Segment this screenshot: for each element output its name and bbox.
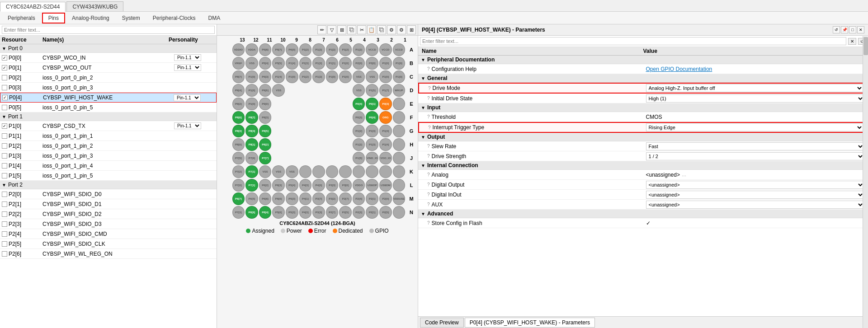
pin-G12[interactable]: P8[4] <box>245 125 258 137</box>
pin-H1[interactable] <box>393 138 406 151</box>
pin-L13[interactable]: P7[0] <box>232 179 245 192</box>
row-p2-1[interactable]: P2[1] CYBSP_WIFI_SDIO_D1 <box>0 199 217 209</box>
pin-E12[interactable]: P1[0] <box>245 98 258 110</box>
pin-B10[interactable]: P5[5] <box>272 57 285 70</box>
param-digital-output-select[interactable]: <unassigned> <box>646 181 865 189</box>
pin-M12[interactable]: P6[5] <box>245 192 258 205</box>
pin-B2[interactable]: P1[0] <box>379 57 392 70</box>
pin-C3[interactable]: VSS <box>366 70 378 83</box>
pin-L1[interactable] <box>393 179 406 192</box>
pin-F3[interactable]: P0[4] <box>366 111 378 124</box>
row-p2-6[interactable]: P2[6] CYBSP_WIFI_WL_REG_ON <box>0 249 217 259</box>
help-threshold-icon[interactable]: ? <box>427 114 430 119</box>
pin-D2[interactable]: P1[7] <box>379 84 392 97</box>
row-p0-3[interactable]: P0[3] ioss_0_port_0_pin_3 <box>0 83 217 93</box>
pin-E11[interactable]: P9[0] <box>259 98 272 110</box>
pin-N4[interactable]: P2[3] <box>353 206 365 219</box>
tab-cyw4343[interactable]: CYW4343WKUBG <box>66 1 123 11</box>
pin-F12[interactable]: P8[7] <box>245 111 258 124</box>
help-drive-mode-icon[interactable]: ? <box>428 86 431 91</box>
pin-B5[interactable]: P1[0] <box>339 57 352 70</box>
section-general[interactable]: ▼ General <box>418 74 868 83</box>
toolbar-grid-btn[interactable]: ⊞ <box>337 25 346 34</box>
cb-p0-1[interactable] <box>2 65 7 70</box>
param-config-help-value[interactable]: Open GPIO Documentation <box>646 66 712 72</box>
pin-K2[interactable] <box>379 165 392 178</box>
pin-A12[interactable]: VDDA <box>245 43 258 56</box>
pin-C13[interactable]: P8[7] <box>232 70 245 83</box>
pin-C11[interactable]: P5[3] <box>259 70 272 83</box>
cb-p1-3[interactable] <box>2 153 7 159</box>
pin-B1[interactable]: P1[0] <box>393 57 406 70</box>
pin-F11[interactable]: P9[3] <box>259 111 272 124</box>
pin-C4[interactable]: VSS <box>353 70 365 83</box>
pin-G11[interactable]: P8[5] <box>259 125 272 137</box>
row-p1-0[interactable]: P1[0] CYBSP_CSD_TX Pin-1.1 <box>0 121 217 131</box>
row-p0-0[interactable]: P0[0] CYBSP_WCO_IN Pin-1.1 <box>0 53 217 63</box>
pin-K11[interactable]: VSS <box>259 165 272 178</box>
row-p1-3[interactable]: P1[3] ioss_0_port_1_pin_3 <box>0 151 217 161</box>
pin-M11[interactable]: P6[6] <box>259 192 272 205</box>
section-input[interactable]: ▼ Input <box>418 103 868 112</box>
pin-F1[interactable] <box>393 111 406 124</box>
section-advanced[interactable]: ▼ Advanced <box>418 210 868 218</box>
group-port1[interactable]: ▼ Port 1 <box>0 112 217 121</box>
pin-L8[interactable]: P4[3] <box>299 179 312 192</box>
row-p0-5[interactable]: P0[5] ioss_0_port_0_pin_5 <box>0 103 217 112</box>
personality-p0-4[interactable]: Pin-1.1 <box>174 94 201 101</box>
pin-D13[interactable]: P9[4] <box>232 84 245 97</box>
pin-M13[interactable]: P6[7] <box>232 192 245 205</box>
param-drive-mode-select[interactable]: Analog High-Z. Input buffer off <box>646 84 864 92</box>
pin-C10[interactable]: P1[4] <box>272 70 285 83</box>
bottom-tab-code-preview[interactable]: Code Preview <box>420 318 464 328</box>
pin-N11[interactable]: P8[4] <box>259 206 272 219</box>
nav-pins[interactable]: Pins <box>42 13 65 23</box>
row-p2-5[interactable]: P2[5] CYBSP_WIFI_SDIO_CLK <box>0 239 217 249</box>
pin-A11[interactable]: P5[6] <box>259 43 272 56</box>
pin-B3[interactable]: P3[0] <box>366 57 378 70</box>
pin-D11[interactable]: P9[6] <box>259 84 272 97</box>
pin-M4[interactable]: P2[4] <box>353 192 365 205</box>
params-filter-clear-btn[interactable]: ✕ <box>848 38 856 45</box>
pin-L7[interactable]: P4[0] <box>312 179 325 192</box>
pin-A2[interactable]: VCCD <box>379 43 392 56</box>
pin-A4[interactable]: P1[2] <box>353 43 365 56</box>
pin-N10[interactable]: P5[0] <box>272 206 285 219</box>
param-aux-select[interactable]: <unassigned> <box>646 201 865 209</box>
row-p1-1[interactable]: P1[1] ioss_0_port_1_pin_1 <box>0 131 217 141</box>
params-close-btn[interactable]: ✕ <box>857 26 864 33</box>
cb-p1-2[interactable] <box>2 143 7 149</box>
cb-p2-4[interactable] <box>2 231 7 237</box>
section-peripheral-doc[interactable]: ▼ Peripheral Documentation <box>418 56 868 64</box>
pin-A7[interactable]: P1[2] <box>312 43 325 56</box>
pin-L5[interactable]: P3[0] <box>339 179 352 192</box>
cb-p1-0[interactable] <box>2 123 7 129</box>
pin-K10[interactable]: VSS <box>272 165 285 178</box>
params-maximize-btn[interactable]: □ <box>849 26 856 33</box>
params-filter-input[interactable] <box>420 37 846 45</box>
param-slew-rate-select[interactable]: Fast <box>646 142 865 150</box>
pin-D1[interactable]: WKUP <box>393 84 406 97</box>
pin-B11[interactable]: P5[4] <box>259 57 272 70</box>
param-digital-inout-select[interactable]: <unassigned> <box>646 191 865 199</box>
toolbar-paste-btn[interactable]: 📋 <box>367 25 376 34</box>
pin-F2-orange[interactable]: ORG <box>379 111 392 124</box>
help-interrupt-icon[interactable]: ? <box>428 125 431 130</box>
pin-K9[interactable]: VSS <box>286 165 298 178</box>
bottom-tab-params[interactable]: P0[4] (CYBSP_WIFI_HOST_WAKE) - Parameter… <box>465 318 595 328</box>
pin-K12[interactable]: P7[1] <box>245 165 258 178</box>
pin-L3[interactable]: USBDP <box>366 179 378 192</box>
cb-p2-5[interactable] <box>2 241 7 247</box>
cb-p2-6[interactable] <box>2 251 7 257</box>
row-p0-2[interactable]: P0[2] ioss_0_port_0_pin_2 <box>0 73 217 83</box>
pin-H12[interactable]: P8[1] <box>245 138 258 151</box>
help-aux-icon[interactable]: ? <box>427 202 430 207</box>
group-port0[interactable]: ▼ Port 0 <box>0 44 217 53</box>
pin-H3[interactable]: P1[3] <box>366 138 378 151</box>
cb-p2-1[interactable] <box>2 201 7 207</box>
param-initial-drive-state-select[interactable]: High (1) <box>646 94 865 103</box>
help-initial-drive-icon[interactable]: ? <box>427 96 430 101</box>
pin-C5[interactable]: P1[0] <box>339 70 352 83</box>
pin-B13[interactable]: VREF <box>232 57 245 70</box>
pin-B7[interactable]: P1[2] <box>312 57 325 70</box>
